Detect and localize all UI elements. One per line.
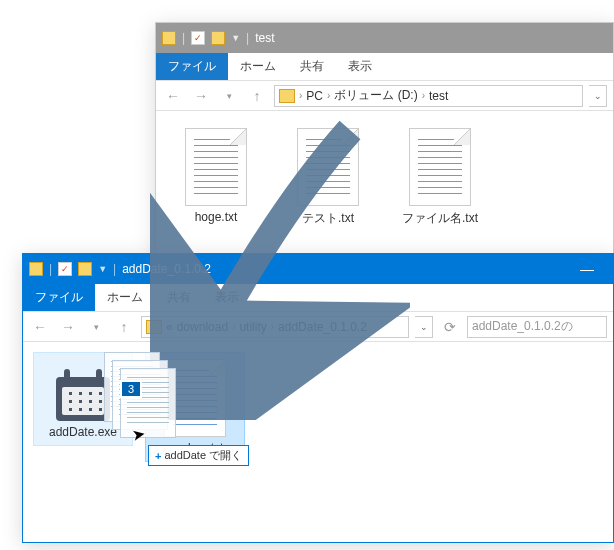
tab-share[interactable]: 共有 — [288, 53, 336, 80]
nav-history-dropdown[interactable]: ▾ — [85, 316, 107, 338]
folder-icon — [279, 89, 295, 103]
qat-dropdown-icon[interactable]: ▼ — [98, 264, 107, 274]
breadcrumb-segment[interactable]: addDate_0.1.0.2 — [278, 320, 367, 334]
file-list[interactable]: addDate.exe readme.txt — [23, 342, 613, 472]
file-item[interactable]: hoge.txt — [166, 121, 266, 231]
file-label: readme.txt — [167, 441, 224, 455]
text-file-icon — [185, 128, 247, 206]
breadcrumb-segment[interactable]: test — [429, 89, 448, 103]
qat-folder-icon[interactable] — [78, 262, 92, 276]
titlebar[interactable]: | ✓ ▼ | addDate_0.1.0.2 — — [23, 254, 613, 284]
titlebar[interactable]: | ✓ ▼ | test — [156, 23, 613, 53]
tab-view[interactable]: 表示 — [203, 284, 251, 311]
file-label: addDate.exe — [49, 425, 117, 439]
tab-home[interactable]: ホーム — [228, 53, 288, 80]
qat-folder-icon[interactable] — [211, 31, 225, 45]
minimize-button[interactable]: — — [567, 254, 607, 284]
breadcrumb-segment[interactable]: download — [177, 320, 228, 334]
chevron-right-icon[interactable]: › — [232, 321, 235, 332]
ribbon-tabs: ファイル ホーム 共有 表示 — [156, 53, 613, 81]
chevron-right-icon[interactable]: › — [327, 90, 330, 101]
breadcrumb-bar[interactable]: › PC › ボリューム (D:) › test — [274, 85, 583, 107]
separator: | — [113, 262, 116, 276]
file-item[interactable]: ファイル名.txt — [390, 121, 490, 234]
qat-checkbox-icon[interactable]: ✓ — [58, 262, 72, 276]
text-file-icon — [297, 128, 359, 206]
nav-forward-button[interactable]: → — [190, 85, 212, 107]
address-dropdown[interactable]: ⌄ — [415, 316, 433, 338]
tab-file[interactable]: ファイル — [23, 284, 95, 311]
file-label: テスト.txt — [302, 210, 354, 227]
breadcrumb-segment[interactable]: PC — [306, 89, 323, 103]
folder-icon — [146, 320, 162, 334]
qat-checkbox-icon[interactable]: ✓ — [191, 31, 205, 45]
breadcrumb-segment[interactable]: utility — [239, 320, 266, 334]
text-file-icon — [409, 128, 471, 206]
nav-forward-button[interactable]: → — [57, 316, 79, 338]
tab-share[interactable]: 共有 — [155, 284, 203, 311]
window-title: addDate_0.1.0.2 — [122, 262, 211, 276]
address-bar: ← → ▾ ↑ « download › utility › addDate_0… — [23, 312, 613, 342]
tab-home[interactable]: ホーム — [95, 284, 155, 311]
caption-buttons: — — [567, 254, 607, 284]
separator: | — [49, 262, 52, 276]
nav-history-dropdown[interactable]: ▾ — [218, 85, 240, 107]
address-dropdown[interactable]: ⌄ — [589, 85, 607, 107]
search-input[interactable]: addDate_0.1.0.2の — [467, 316, 607, 338]
qat-dropdown-icon[interactable]: ▼ — [231, 33, 240, 43]
file-label: ファイル名.txt — [402, 210, 478, 227]
text-file-icon — [164, 359, 226, 437]
explorer-window-source[interactable]: | ✓ ▼ | test ファイル ホーム 共有 表示 ← → ▾ ↑ › PC… — [155, 22, 614, 262]
ribbon-tabs: ファイル ホーム 共有 表示 — [23, 284, 613, 312]
folder-icon — [29, 262, 43, 276]
nav-back-button[interactable]: ← — [162, 85, 184, 107]
tab-file[interactable]: ファイル — [156, 53, 228, 80]
nav-up-button[interactable]: ↑ — [246, 85, 268, 107]
folder-icon — [162, 31, 176, 45]
nav-back-button[interactable]: ← — [29, 316, 51, 338]
chevron-right-icon[interactable]: › — [299, 90, 302, 101]
file-item[interactable]: テスト.txt — [278, 121, 378, 234]
file-label: hoge.txt — [195, 210, 238, 224]
tab-view[interactable]: 表示 — [336, 53, 384, 80]
separator: | — [182, 31, 185, 45]
breadcrumb-bar[interactable]: « download › utility › addDate_0.1.0.2 — [141, 316, 409, 338]
file-list[interactable]: hoge.txt テスト.txt ファイル名.txt — [156, 111, 613, 244]
file-item-exe[interactable]: addDate.exe — [33, 352, 133, 446]
chevron-right-icon[interactable]: › — [422, 90, 425, 101]
separator: | — [246, 31, 249, 45]
chevron-right-icon[interactable]: › — [271, 321, 274, 332]
address-bar: ← → ▾ ↑ › PC › ボリューム (D:) › test ⌄ — [156, 81, 613, 111]
breadcrumb-segment[interactable]: ボリューム (D:) — [334, 87, 417, 104]
file-item[interactable]: readme.txt — [145, 352, 245, 462]
breadcrumb-overflow[interactable]: « — [166, 320, 173, 334]
refresh-button[interactable]: ⟳ — [439, 316, 461, 338]
window-title: test — [255, 31, 274, 45]
nav-up-button[interactable]: ↑ — [113, 316, 135, 338]
explorer-window-target[interactable]: | ✓ ▼ | addDate_0.1.0.2 — ファイル ホーム 共有 表示… — [22, 253, 614, 543]
calendar-app-icon — [52, 359, 114, 421]
